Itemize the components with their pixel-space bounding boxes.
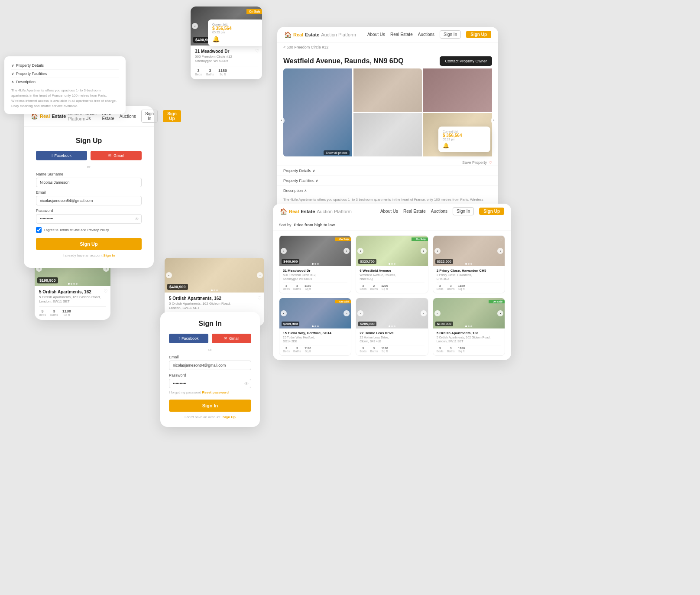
listings-grid-card: 🏠 Real Estate Auction Platform About Us … — [273, 204, 511, 360]
listing-address: 2 Priory Close, Hawarden,CH5 3GZ — [437, 273, 501, 281]
logo-icon: 🏠 — [284, 31, 292, 38]
gmail-button[interactable]: ✉ Gmail — [212, 334, 251, 343]
name-label: Name Surname — [36, 172, 142, 176]
prev-image-button[interactable]: ‹ — [434, 310, 441, 316]
eye-icon[interactable]: 👁 — [244, 381, 249, 386]
real-estate-link[interactable]: Real Estate — [403, 209, 426, 214]
facebook-button[interactable]: f Facebook — [169, 334, 208, 343]
save-heart-icon[interactable]: ♡ — [423, 237, 426, 242]
signup-link[interactable]: Sign Up — [223, 415, 236, 419]
social-buttons: f Facebook ✉ Gmail — [36, 151, 142, 160]
reset-password-link[interactable]: Reset password — [202, 390, 228, 394]
contact-owner-button[interactable]: Contact Property Owner — [440, 56, 492, 66]
listing-item: On Sale $325,700 ‹ › ♡ 6 Westfield Avenu… — [356, 235, 428, 293]
logo-rest: Auction Platform — [317, 209, 352, 214]
listing-image: On Sale $325,700 ‹ › — [356, 236, 428, 266]
signup-nav-button[interactable]: Sign Up — [163, 110, 181, 122]
signin-button[interactable]: Sign In — [440, 30, 461, 39]
save-heart-icon[interactable]: ♡ — [346, 300, 349, 304]
listing-stats: 3Beds 3Baths 1180Sq ft — [283, 283, 347, 290]
next-image-button[interactable]: › — [344, 310, 350, 316]
accordion-property-details[interactable]: ∨ Property Details — [11, 62, 119, 70]
about-link[interactable]: About Us — [380, 209, 398, 214]
image-dots — [211, 289, 218, 291]
forgot-password: I forgot my password Reset password — [169, 390, 251, 394]
signup-submit-button[interactable]: Sign Up — [36, 238, 142, 250]
prev-image-button[interactable]: ‹ — [166, 272, 172, 278]
listing-title: 2 Priory Close, Hawarden CH5 — [437, 269, 501, 273]
show-all-photos-button[interactable]: Show all photos — [324, 150, 349, 155]
auctions-link[interactable]: Auctions — [418, 32, 434, 37]
prev-image-button[interactable]: ‹ — [281, 248, 287, 254]
save-heart-icon[interactable]: ♡ — [489, 160, 492, 165]
next-image-button[interactable]: › — [344, 248, 350, 254]
listing-item: On Sale $198,900 ‹ › ♡ 5 Ordish Apartmen… — [433, 298, 505, 356]
terms-checkbox[interactable] — [36, 227, 42, 233]
sort-label: Sort by — [279, 223, 292, 227]
next-image-button[interactable]: › — [497, 310, 503, 316]
listing-stats: 3 Beds 3 Baths 1180 Sq ft — [195, 66, 258, 76]
listing-price: $198,900 — [435, 322, 453, 326]
next-photo-button[interactable]: › — [491, 117, 497, 124]
listing-info: ♡ 31 Meadwood Dr 500 Freedom Circle #12 … — [191, 46, 262, 79]
save-heart-icon[interactable]: ♡ — [257, 295, 262, 301]
signin-link[interactable]: Sign In — [104, 254, 115, 257]
signup-nav-button[interactable]: Sign Up — [466, 31, 491, 38]
accordion-description[interactable]: ∧ Description — [11, 78, 119, 86]
gmail-button[interactable]: ✉ Gmail — [91, 151, 142, 160]
prev-image-button[interactable]: ‹ — [192, 23, 198, 29]
save-heart-icon[interactable]: ♡ — [255, 48, 259, 54]
breadcrumb: < 500 Freedom Circle #12 — [277, 42, 498, 52]
prev-image-button[interactable]: ‹ — [357, 310, 363, 316]
main-photo: ‹ › — [283, 68, 352, 156]
prev-image-button[interactable]: ‹ — [434, 248, 441, 254]
next-image-button[interactable]: › — [421, 310, 427, 316]
listing-body: ♡ 31 Meadwood Dr 500 Freedom Circle #12,… — [279, 266, 351, 293]
signup-nav-button[interactable]: Sign Up — [479, 208, 504, 215]
save-heart-icon[interactable]: ♡ — [499, 237, 503, 242]
signin-submit-button[interactable]: Sign In — [169, 400, 251, 412]
next-image-button[interactable]: › — [257, 272, 263, 278]
auctions-link[interactable]: Auctions — [431, 209, 447, 214]
listing-address: 5 Ordish Apartments, 162 Gideon Road, Lo… — [39, 295, 106, 304]
eye-icon[interactable]: 👁 — [135, 217, 139, 221]
bid-notification: Current bid: $ 356,564 05:23 pm 🔔 — [208, 20, 262, 46]
logo-real: Real — [293, 32, 303, 37]
password-wrap: 👁 — [169, 379, 251, 388]
email-input[interactable] — [169, 361, 251, 370]
name-input[interactable] — [36, 178, 142, 187]
next-image-button[interactable]: › — [421, 248, 427, 254]
save-heart-icon[interactable]: ♡ — [346, 237, 349, 242]
signin-button[interactable]: Sign In — [141, 110, 158, 123]
signin-form: Sign In f Facebook ✉ Gmail or Email Pass… — [160, 312, 260, 427]
accordion-description[interactable]: Description ∧ — [277, 185, 498, 195]
signin-button[interactable]: Sign In — [453, 207, 474, 215]
save-heart-icon[interactable]: ♡ — [104, 289, 108, 294]
prev-image-button[interactable]: ‹ — [281, 310, 287, 316]
listing-image: On Sale $198,900 ‹ › — [433, 298, 505, 328]
accordion-property-details[interactable]: Property Details ∨ — [277, 166, 498, 176]
listing-body: ♡ 15 Tudor Way, Hertford, SG14 15 Tudor … — [279, 328, 351, 355]
accordion-property-facilities[interactable]: Property Facilities ∨ — [277, 176, 498, 185]
prev-photo-button[interactable]: ‹ — [279, 117, 285, 124]
listing-stats: 3Beds 2Baths 1200Sq ft — [360, 283, 424, 290]
accordion-property-facilities[interactable]: ∨ Property Facilities — [11, 70, 119, 78]
listing-image: On Sale $289,900 ‹ › — [279, 298, 351, 328]
logo: 🏠 Real Estate Auction Platform — [284, 31, 356, 38]
real-estate-link[interactable]: Real Estate — [390, 32, 413, 37]
about-link[interactable]: About Us — [367, 32, 385, 37]
email-input[interactable] — [36, 196, 142, 205]
auctions-link[interactable]: Auctions — [120, 114, 136, 119]
next-image-button[interactable]: › — [497, 248, 503, 254]
save-heart-icon[interactable]: ♡ — [499, 300, 503, 304]
facebook-button[interactable]: f Facebook — [36, 151, 87, 160]
password-input[interactable] — [36, 214, 142, 224]
photo-2 — [353, 68, 422, 112]
listing-address: 15 Tudor Way, Hertford,SG14 2DE — [283, 335, 347, 343]
prev-image-button[interactable]: ‹ — [357, 248, 363, 254]
photo-4 — [353, 113, 422, 156]
password-input[interactable] — [169, 379, 251, 388]
listing-item: $285,900 ‹ › ♡ 22 Holme Leas Drive 22 Ho… — [356, 298, 428, 356]
save-heart-icon[interactable]: ♡ — [423, 300, 426, 304]
listing-title: 5 Ordish Apartments, 162 — [169, 296, 260, 301]
